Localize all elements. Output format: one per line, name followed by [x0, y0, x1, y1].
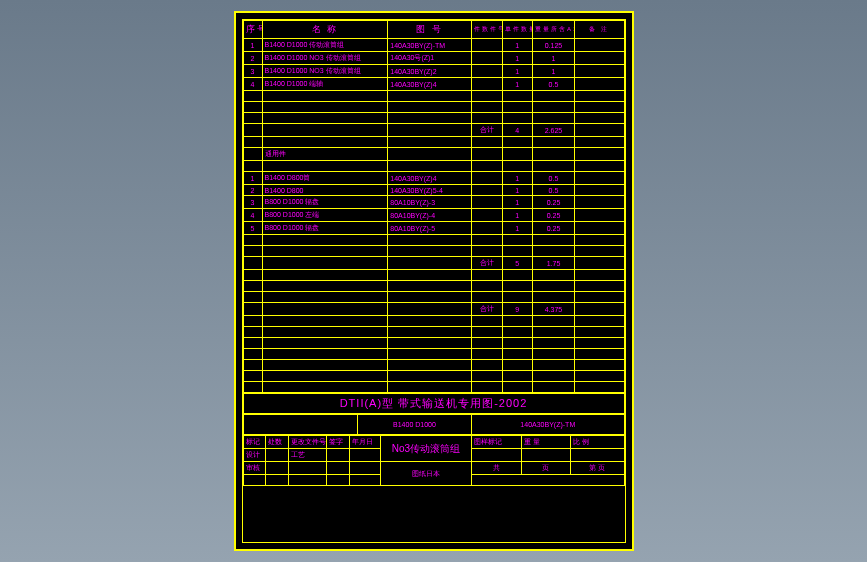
table-row [243, 382, 624, 393]
drawing-border: 序号 名 称 图 号 件数件号 单件数量 重量所含A11 备 注 1B1400 … [242, 19, 626, 543]
drawing-title: DTII(A)型 带式输送机专用图-2002 [243, 394, 624, 414]
table-row [243, 102, 624, 113]
table-row [243, 281, 624, 292]
table-row: 4B1400 D1000 端轴140A30BY(Z)410.5 [243, 78, 624, 91]
col-wt: 重量所含A11 [533, 21, 575, 39]
organization: 图纸日本 [380, 462, 471, 486]
subtotal-row: 合计42.625 [243, 124, 624, 137]
table-row [243, 371, 624, 382]
table-row: 5B800 D1000 辐盘80A10BY(Z)-510.25 [243, 222, 624, 235]
section-label-row: 通用件 [243, 148, 624, 161]
subtotal-row: 合计51.75 [243, 257, 624, 270]
table-row [243, 161, 624, 172]
drawing-title-row: DTII(A)型 带式输送机专用图-2002 [243, 394, 624, 414]
table-row [243, 235, 624, 246]
col-seq: 序号 [243, 21, 262, 39]
component-name: No3传动滚筒组 [380, 436, 471, 462]
col-drawing: 图 号 [388, 21, 472, 39]
col-name: 名 称 [262, 21, 388, 39]
parts-table: 序号 名 称 图 号 件数件号 单件数量 重量所含A11 备 注 1B1400 … [243, 20, 625, 393]
title-block: DTII(A)型 带式输送机专用图-2002 [243, 393, 625, 414]
drawing-sheet: 序号 名 称 图 号 件数件号 单件数量 重量所含A11 备 注 1B1400 … [234, 11, 634, 551]
part-number: 140A30BY(Z)-TM [472, 415, 624, 435]
col-remark: 备 注 [574, 21, 624, 39]
table-row: 2B1400 D800140A30BY(Z)5-410.5 [243, 185, 624, 196]
table-row [243, 349, 624, 360]
table-row [243, 270, 624, 281]
table-row [243, 338, 624, 349]
table-row [243, 360, 624, 371]
table-row [243, 292, 624, 303]
revision-block: 标记处数更改文件号签字年月日 No3传动滚筒组 图样标记重 量比 例 设计工艺 … [243, 435, 625, 486]
table-row [243, 246, 624, 257]
table-row [243, 316, 624, 327]
table-row: 3B800 D1000 辐盘80A10BY(Z)-310.25 [243, 196, 624, 209]
table-row: 3B1400 D1000 NO3 传动滚筒组140A30BY(Z)211 [243, 65, 624, 78]
table-row: 4B800 D1000 左端80A10BY(Z)-410.25 [243, 209, 624, 222]
table-row: 2B1400 D1000 NO3 传动滚筒组140A30号(Z)111 [243, 52, 624, 65]
spec-block: B1400 D1000 140A30BY(Z)-TM [243, 414, 625, 435]
table-row: 1B1400 D800筒140A30BY(Z)410.5 [243, 172, 624, 185]
spec-value: B1400 D1000 [357, 415, 471, 435]
table-row [243, 327, 624, 338]
col-code2: 单件数量 [502, 21, 532, 39]
table-row [243, 137, 624, 148]
col-code1: 件数件号 [472, 21, 502, 39]
table-header-row: 序号 名 称 图 号 件数件号 单件数量 重量所含A11 备 注 [243, 21, 624, 39]
table-row [243, 91, 624, 102]
subtotal-row: 合计94.375 [243, 303, 624, 316]
table-row: 1B1400 D1000 传动滚筒组140A30BY(Z)-TM10.125 [243, 39, 624, 52]
table-row [243, 113, 624, 124]
